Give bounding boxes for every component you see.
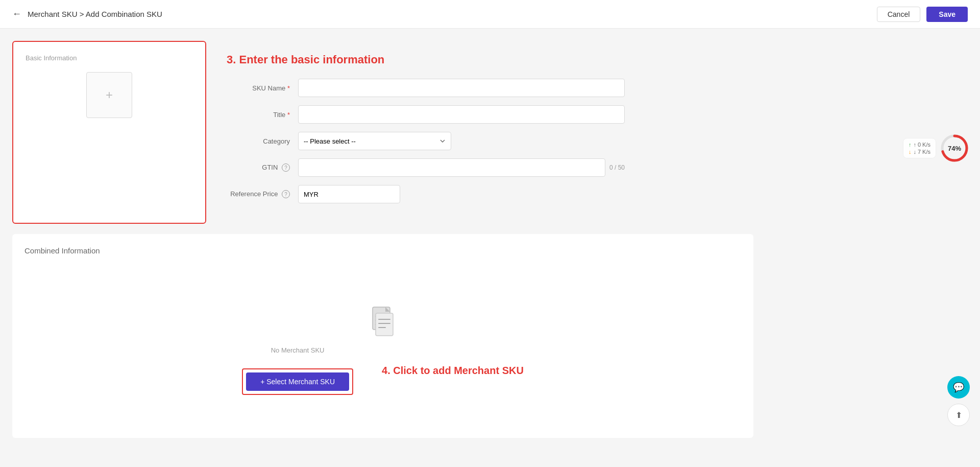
speed-down-icon: ↓ — [909, 149, 912, 155]
select-sku-button[interactable]: + Select Merchant SKU — [246, 372, 349, 391]
empty-state: No Merchant SKU + Select Merchant SKU 4.… — [24, 286, 741, 426]
floating-actions: 💬 ⬆ — [947, 376, 970, 426]
click-hint: 4. Click to add Merchant SKU — [382, 365, 524, 377]
combined-section: Combined Information — [12, 234, 753, 438]
title-label: Title * — [227, 111, 298, 119]
breadcrumb: Merchant SKU > Add Combination SKU — [28, 10, 162, 18]
category-label: Category — [227, 137, 298, 145]
doc-icon — [370, 306, 396, 338]
cancel-button[interactable]: Cancel — [877, 7, 921, 22]
svg-rect-5 — [376, 313, 393, 336]
title-row: Title * — [227, 105, 741, 124]
basic-info-sidebar: Basic Information + — [12, 41, 206, 224]
floating-widget: ↑ ↑ 0 K/s ↓ ↓ 7 K/s 74% — [903, 133, 970, 164]
gtin-label: GTIN ? — [227, 164, 298, 172]
basic-info-title: Basic Information — [26, 54, 193, 62]
speed-up-row: ↑ ↑ 0 K/s — [909, 142, 930, 148]
category-row: Category -- Please select -- — [227, 132, 741, 150]
chat-button[interactable]: 💬 — [947, 376, 970, 399]
reference-price-label: Reference Price ? — [227, 190, 298, 199]
empty-state-text: No Merchant SKU — [271, 346, 325, 354]
speed-down-row: ↓ ↓ 7 K/s — [909, 149, 930, 155]
title-input[interactable] — [298, 105, 625, 124]
category-select[interactable]: -- Please select -- — [298, 132, 451, 150]
gtin-row: GTIN ? 0 / 50 — [227, 158, 741, 177]
progress-circle: 74% — [939, 133, 970, 164]
required-star: * — [287, 111, 290, 119]
back-button[interactable]: ← — [12, 9, 21, 19]
header: ← Merchant SKU > Add Combination SKU Can… — [0, 0, 980, 29]
reference-price-row: Reference Price ? — [227, 185, 741, 203]
combined-info-title: Combined Information — [24, 246, 741, 255]
main-content: Basic Information + 3. Enter the basic i… — [0, 29, 766, 450]
reference-price-input[interactable] — [298, 185, 400, 203]
speed-up-value: ↑ 0 K/s — [913, 142, 930, 148]
save-button[interactable]: Save — [926, 7, 968, 22]
gtin-wrapper: 0 / 50 — [298, 158, 625, 177]
gtin-help-icon[interactable]: ? — [282, 164, 290, 172]
add-sku-row: No Merchant SKU + Select Merchant SKU 4.… — [242, 346, 524, 395]
step-heading: 3. Enter the basic information — [227, 53, 741, 66]
sku-name-row: SKU Name * — [227, 79, 741, 97]
speed-down-value: ↓ 7 K/s — [913, 149, 930, 155]
basic-info-row: Basic Information + 3. Enter the basic i… — [12, 41, 753, 224]
sku-name-input[interactable] — [298, 79, 625, 97]
speed-widget: ↑ ↑ 0 K/s ↓ ↓ 7 K/s — [903, 138, 936, 158]
sku-name-label: SKU Name * — [227, 84, 298, 92]
back-to-top-button[interactable]: ⬆ — [947, 404, 970, 426]
image-upload-area: + — [26, 72, 193, 118]
select-sku-wrapper: + Select Merchant SKU — [242, 368, 353, 395]
plus-icon: + — [106, 88, 113, 102]
main-form-area: 3. Enter the basic information SKU Name … — [206, 41, 753, 224]
progress-text: 74% — [948, 145, 961, 152]
speed-up-icon: ↑ — [909, 142, 912, 148]
header-left: ← Merchant SKU > Add Combination SKU — [12, 9, 162, 19]
gtin-input[interactable] — [298, 158, 605, 177]
required-star: * — [287, 84, 290, 92]
header-right: Cancel Save — [877, 7, 968, 22]
reference-price-help-icon[interactable]: ? — [282, 190, 290, 198]
image-upload-button[interactable]: + — [86, 72, 132, 118]
gtin-count: 0 / 50 — [609, 164, 625, 171]
